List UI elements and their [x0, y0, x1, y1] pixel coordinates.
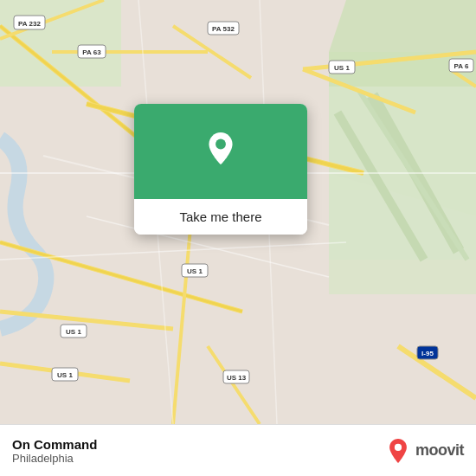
location-pin-icon	[202, 132, 240, 170]
svg-text:PA 232: PA 232	[18, 20, 41, 28]
destination-city: Philadelphia	[12, 452, 97, 465]
location-popup: Take me there	[134, 104, 307, 235]
svg-point-52	[215, 139, 226, 150]
svg-text:US 13: US 13	[227, 374, 247, 382]
moovit-pin-icon	[386, 439, 410, 463]
svg-text:I-95: I-95	[421, 350, 434, 357]
map-view[interactable]: PA 232 PA 63 PA 532 US 1 US 1 US 1 US 1 …	[0, 0, 476, 424]
bottom-bar: On Command Philadelphia moovit	[0, 424, 476, 476]
destination-info: On Command Philadelphia	[12, 437, 97, 465]
svg-text:US 1: US 1	[187, 267, 203, 275]
moovit-brand-text: moovit	[415, 441, 464, 460]
svg-point-53	[395, 443, 402, 450]
popup-header	[134, 104, 307, 199]
svg-text:PA 532: PA 532	[212, 25, 235, 33]
moovit-logo: moovit	[386, 439, 464, 463]
take-me-there-button[interactable]: Take me there	[134, 199, 307, 235]
destination-name: On Command	[12, 437, 97, 452]
svg-text:US 1: US 1	[334, 64, 350, 72]
svg-text:PA 63: PA 63	[82, 48, 101, 56]
svg-text:US 1: US 1	[66, 328, 81, 336]
svg-text:PA 6: PA 6	[454, 62, 469, 70]
svg-text:US 1: US 1	[57, 371, 73, 379]
